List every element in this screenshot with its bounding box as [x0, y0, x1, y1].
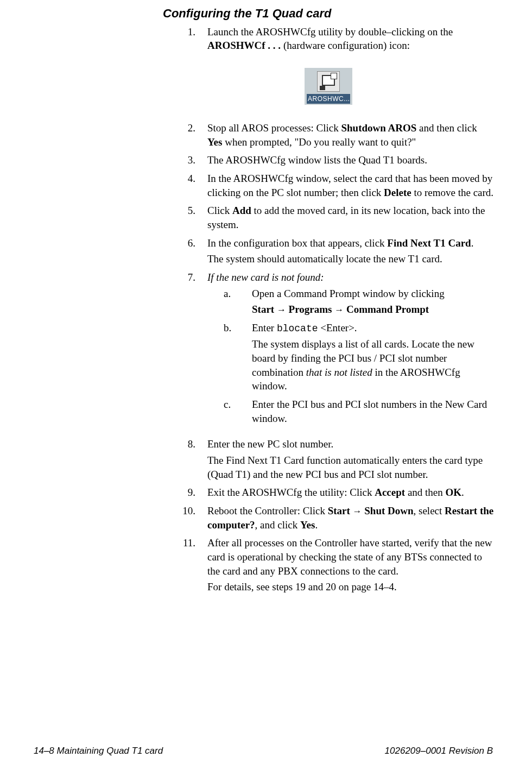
text: and then: [405, 487, 445, 498]
text: The Find Next T1 Card function automatic…: [207, 453, 494, 481]
text: (hardware configuration) icon:: [281, 40, 410, 51]
bold-text: Find Next T1 Card: [387, 237, 471, 249]
step-number: 1.: [178, 25, 207, 55]
text: Reboot the Controller: Click: [207, 505, 328, 516]
bold-text: Yes: [207, 136, 222, 148]
bold-text: Command Prompt: [346, 304, 429, 315]
bold-text: Start: [328, 505, 350, 516]
text: .: [461, 487, 464, 498]
text: to remove the card.: [411, 187, 493, 198]
arrow-icon: →: [274, 305, 288, 315]
text: , select: [414, 505, 445, 516]
step-number: 3.: [178, 153, 207, 169]
text: Launch the AROSHWCfg utility by double–c…: [207, 26, 453, 37]
substep-b: b. Enter blocate <Enter>. The system dis…: [224, 321, 494, 395]
step-3: 3. The AROSHWCfg window lists the Quad T…: [178, 153, 494, 169]
aroshwcfg-icon-figure: AROSHWC...: [163, 68, 494, 105]
step-number: 8.: [178, 437, 207, 483]
bold-text: Programs: [289, 304, 332, 315]
bold-text: Accept: [375, 487, 405, 498]
substep-label: a.: [224, 287, 252, 319]
text: In the configuration box that appears, c…: [207, 237, 387, 249]
text: Exit the AROSHWCfg the utility: Click: [207, 487, 375, 498]
step-number: 10.: [178, 504, 207, 534]
step-11: 11. After all processes on the Controlle…: [178, 536, 494, 596]
text: when prompted, "Do you really want to qu…: [222, 136, 416, 148]
bold-text: Shut Down: [364, 505, 413, 516]
substep-a: a. Open a Command Prompt window by click…: [224, 287, 494, 319]
italic-text: If the new card is not found:: [207, 270, 494, 285]
arrow-icon: →: [350, 506, 364, 516]
text: .: [315, 519, 318, 531]
step-9: 9. Exit the AROSHWCfg the utility: Click…: [178, 485, 494, 502]
step-7: 7. If the new card is not found: a. Open…: [178, 270, 494, 430]
text: and then click: [416, 122, 477, 134]
step-number: 5.: [178, 204, 207, 234]
bold-text: Shutdown AROS: [341, 122, 416, 134]
bold-text: Delete: [384, 187, 411, 198]
footer-left: 14–8 Maintaining Quad T1 card: [34, 745, 163, 758]
desktop-icon: AROSHWC...: [305, 68, 352, 105]
text: Enter the PCI bus and PCI slot numbers i…: [252, 398, 494, 425]
step-10: 10. Reboot the Controller: Click Start →…: [178, 504, 494, 534]
step-2: 2. Stop all AROS processes: Click Shutdo…: [178, 121, 494, 151]
substep-c: c. Enter the PCI bus and PCI slot number…: [224, 398, 494, 427]
step-number: 6.: [178, 236, 207, 268]
step-number: 11.: [178, 536, 207, 596]
section-heading: Configuring the T1 Quad card: [163, 5, 494, 22]
text: Enter: [252, 322, 277, 333]
text: <Enter>.: [318, 322, 357, 333]
text: Click: [207, 205, 232, 216]
step-4: 4. In the AROSHWCfg window, select the c…: [178, 172, 494, 201]
text: Stop all AROS processes: Click: [207, 122, 341, 134]
footer-right: 1026209–0001 Revision B: [385, 745, 493, 758]
italic-text: that is not listed: [306, 367, 372, 378]
text: Open a Command Prompt window by clicking: [252, 287, 494, 301]
monospace-text: blocate: [277, 323, 318, 334]
text: After all processes on the Controller ha…: [207, 536, 494, 578]
bold-text: OK: [446, 487, 462, 498]
text: The system should automatically locate t…: [207, 252, 494, 266]
text: The AROSHWCfg window lists the Quad T1 b…: [207, 153, 494, 167]
text: Enter the new PC slot number.: [207, 437, 494, 451]
text: For details, see steps 19 and 20 on page…: [207, 580, 494, 594]
step-8: 8. Enter the new PC slot number. The Fin…: [178, 437, 494, 483]
substep-label: b.: [224, 321, 252, 395]
step-5: 5. Click Add to add the moved card, in i…: [178, 204, 494, 234]
icon-caption: AROSHWC...: [307, 94, 350, 104]
text: , and click: [255, 519, 300, 531]
bold-text: Start: [252, 304, 274, 315]
bold-text: Add: [232, 205, 251, 216]
step-6: 6. In the configuration box that appears…: [178, 236, 494, 268]
step-number: 2.: [178, 121, 207, 151]
arrow-icon: →: [332, 305, 346, 315]
step-1: 1. Launch the AROSHWCfg utility by doubl…: [178, 25, 494, 55]
bold-text: Yes: [300, 519, 315, 531]
step-number: 4.: [178, 172, 207, 201]
step-number: 7.: [178, 270, 207, 430]
page-footer: 14–8 Maintaining Quad T1 card 1026209–00…: [0, 745, 532, 758]
step-number: 9.: [178, 485, 207, 502]
bold-text: AROSHWCf . . .: [207, 40, 281, 51]
substep-label: c.: [224, 398, 252, 427]
text: .: [471, 237, 474, 249]
aroshwcfg-icon: [317, 71, 340, 92]
